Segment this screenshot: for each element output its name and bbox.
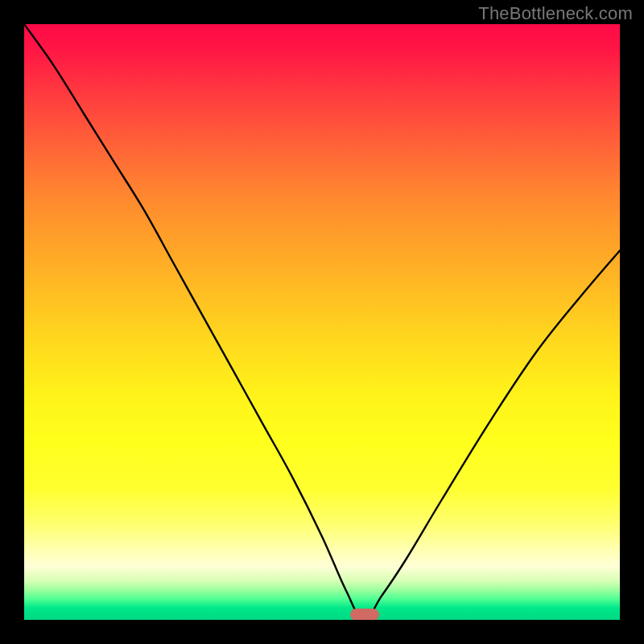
curve-path — [24, 24, 620, 620]
watermark-text: TheBottleneck.com — [478, 3, 633, 24]
bottleneck-curve — [24, 24, 620, 620]
optimum-marker — [350, 609, 379, 620]
chart-frame: TheBottleneck.com — [0, 0, 644, 644]
plot-area — [24, 24, 620, 620]
